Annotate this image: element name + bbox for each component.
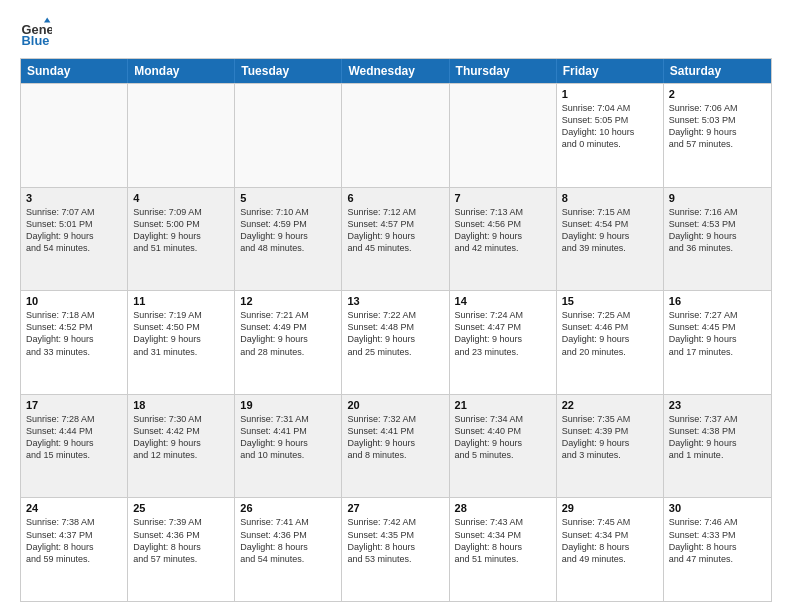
calendar-cell-1-1: 4Sunrise: 7:09 AM Sunset: 5:00 PM Daylig… (128, 188, 235, 291)
day-number: 15 (562, 295, 658, 307)
calendar-cell-4-5: 29Sunrise: 7:45 AM Sunset: 4:34 PM Dayli… (557, 498, 664, 601)
day-number: 10 (26, 295, 122, 307)
day-number: 5 (240, 192, 336, 204)
day-info: Sunrise: 7:07 AM Sunset: 5:01 PM Dayligh… (26, 206, 122, 255)
header: General Blue (20, 16, 772, 48)
weekday-header-thursday: Thursday (450, 59, 557, 83)
calendar-cell-1-6: 9Sunrise: 7:16 AM Sunset: 4:53 PM Daylig… (664, 188, 771, 291)
page: General Blue SundayMondayTuesdayWednesda… (0, 0, 792, 612)
weekday-header-monday: Monday (128, 59, 235, 83)
calendar-cell-2-2: 12Sunrise: 7:21 AM Sunset: 4:49 PM Dayli… (235, 291, 342, 394)
calendar-cell-1-0: 3Sunrise: 7:07 AM Sunset: 5:01 PM Daylig… (21, 188, 128, 291)
day-info: Sunrise: 7:35 AM Sunset: 4:39 PM Dayligh… (562, 413, 658, 462)
day-number: 17 (26, 399, 122, 411)
calendar-row-1: 3Sunrise: 7:07 AM Sunset: 5:01 PM Daylig… (21, 187, 771, 291)
day-number: 8 (562, 192, 658, 204)
logo: General Blue (20, 16, 52, 48)
day-number: 1 (562, 88, 658, 100)
day-info: Sunrise: 7:04 AM Sunset: 5:05 PM Dayligh… (562, 102, 658, 151)
day-info: Sunrise: 7:22 AM Sunset: 4:48 PM Dayligh… (347, 309, 443, 358)
day-number: 26 (240, 502, 336, 514)
calendar-cell-4-0: 24Sunrise: 7:38 AM Sunset: 4:37 PM Dayli… (21, 498, 128, 601)
day-info: Sunrise: 7:21 AM Sunset: 4:49 PM Dayligh… (240, 309, 336, 358)
calendar-header: SundayMondayTuesdayWednesdayThursdayFrid… (21, 59, 771, 83)
day-info: Sunrise: 7:30 AM Sunset: 4:42 PM Dayligh… (133, 413, 229, 462)
calendar-cell-2-0: 10Sunrise: 7:18 AM Sunset: 4:52 PM Dayli… (21, 291, 128, 394)
calendar-row-0: 1Sunrise: 7:04 AM Sunset: 5:05 PM Daylig… (21, 83, 771, 187)
calendar-cell-4-6: 30Sunrise: 7:46 AM Sunset: 4:33 PM Dayli… (664, 498, 771, 601)
day-info: Sunrise: 7:45 AM Sunset: 4:34 PM Dayligh… (562, 516, 658, 565)
calendar-cell-1-2: 5Sunrise: 7:10 AM Sunset: 4:59 PM Daylig… (235, 188, 342, 291)
calendar-cell-1-3: 6Sunrise: 7:12 AM Sunset: 4:57 PM Daylig… (342, 188, 449, 291)
day-number: 24 (26, 502, 122, 514)
day-number: 6 (347, 192, 443, 204)
weekday-header-saturday: Saturday (664, 59, 771, 83)
calendar-cell-2-5: 15Sunrise: 7:25 AM Sunset: 4:46 PM Dayli… (557, 291, 664, 394)
day-number: 25 (133, 502, 229, 514)
calendar-cell-0-6: 2Sunrise: 7:06 AM Sunset: 5:03 PM Daylig… (664, 84, 771, 187)
day-number: 30 (669, 502, 766, 514)
day-number: 13 (347, 295, 443, 307)
day-info: Sunrise: 7:38 AM Sunset: 4:37 PM Dayligh… (26, 516, 122, 565)
calendar-cell-2-4: 14Sunrise: 7:24 AM Sunset: 4:47 PM Dayli… (450, 291, 557, 394)
calendar-row-2: 10Sunrise: 7:18 AM Sunset: 4:52 PM Dayli… (21, 290, 771, 394)
day-info: Sunrise: 7:34 AM Sunset: 4:40 PM Dayligh… (455, 413, 551, 462)
calendar-cell-3-4: 21Sunrise: 7:34 AM Sunset: 4:40 PM Dayli… (450, 395, 557, 498)
day-info: Sunrise: 7:32 AM Sunset: 4:41 PM Dayligh… (347, 413, 443, 462)
calendar-cell-2-1: 11Sunrise: 7:19 AM Sunset: 4:50 PM Dayli… (128, 291, 235, 394)
day-number: 23 (669, 399, 766, 411)
day-info: Sunrise: 7:06 AM Sunset: 5:03 PM Dayligh… (669, 102, 766, 151)
day-number: 7 (455, 192, 551, 204)
calendar-cell-0-2 (235, 84, 342, 187)
calendar-cell-3-3: 20Sunrise: 7:32 AM Sunset: 4:41 PM Dayli… (342, 395, 449, 498)
day-info: Sunrise: 7:10 AM Sunset: 4:59 PM Dayligh… (240, 206, 336, 255)
calendar-cell-3-0: 17Sunrise: 7:28 AM Sunset: 4:44 PM Dayli… (21, 395, 128, 498)
svg-text:Blue: Blue (22, 33, 50, 48)
day-info: Sunrise: 7:09 AM Sunset: 5:00 PM Dayligh… (133, 206, 229, 255)
day-info: Sunrise: 7:16 AM Sunset: 4:53 PM Dayligh… (669, 206, 766, 255)
calendar-cell-3-1: 18Sunrise: 7:30 AM Sunset: 4:42 PM Dayli… (128, 395, 235, 498)
calendar-cell-1-5: 8Sunrise: 7:15 AM Sunset: 4:54 PM Daylig… (557, 188, 664, 291)
day-info: Sunrise: 7:28 AM Sunset: 4:44 PM Dayligh… (26, 413, 122, 462)
day-number: 3 (26, 192, 122, 204)
day-number: 18 (133, 399, 229, 411)
day-info: Sunrise: 7:46 AM Sunset: 4:33 PM Dayligh… (669, 516, 766, 565)
calendar-cell-0-1 (128, 84, 235, 187)
day-number: 29 (562, 502, 658, 514)
day-number: 16 (669, 295, 766, 307)
day-info: Sunrise: 7:42 AM Sunset: 4:35 PM Dayligh… (347, 516, 443, 565)
day-info: Sunrise: 7:27 AM Sunset: 4:45 PM Dayligh… (669, 309, 766, 358)
calendar-cell-0-3 (342, 84, 449, 187)
calendar-cell-2-3: 13Sunrise: 7:22 AM Sunset: 4:48 PM Dayli… (342, 291, 449, 394)
weekday-header-friday: Friday (557, 59, 664, 83)
logo-icon: General Blue (20, 16, 52, 48)
calendar-cell-4-2: 26Sunrise: 7:41 AM Sunset: 4:36 PM Dayli… (235, 498, 342, 601)
calendar-cell-2-6: 16Sunrise: 7:27 AM Sunset: 4:45 PM Dayli… (664, 291, 771, 394)
day-number: 20 (347, 399, 443, 411)
weekday-header-wednesday: Wednesday (342, 59, 449, 83)
day-number: 28 (455, 502, 551, 514)
calendar-cell-4-4: 28Sunrise: 7:43 AM Sunset: 4:34 PM Dayli… (450, 498, 557, 601)
calendar-cell-3-6: 23Sunrise: 7:37 AM Sunset: 4:38 PM Dayli… (664, 395, 771, 498)
day-number: 12 (240, 295, 336, 307)
day-number: 11 (133, 295, 229, 307)
day-number: 4 (133, 192, 229, 204)
day-info: Sunrise: 7:13 AM Sunset: 4:56 PM Dayligh… (455, 206, 551, 255)
calendar-cell-1-4: 7Sunrise: 7:13 AM Sunset: 4:56 PM Daylig… (450, 188, 557, 291)
day-info: Sunrise: 7:43 AM Sunset: 4:34 PM Dayligh… (455, 516, 551, 565)
day-info: Sunrise: 7:15 AM Sunset: 4:54 PM Dayligh… (562, 206, 658, 255)
day-info: Sunrise: 7:25 AM Sunset: 4:46 PM Dayligh… (562, 309, 658, 358)
day-number: 9 (669, 192, 766, 204)
day-info: Sunrise: 7:41 AM Sunset: 4:36 PM Dayligh… (240, 516, 336, 565)
weekday-header-sunday: Sunday (21, 59, 128, 83)
calendar-row-3: 17Sunrise: 7:28 AM Sunset: 4:44 PM Dayli… (21, 394, 771, 498)
calendar-cell-4-1: 25Sunrise: 7:39 AM Sunset: 4:36 PM Dayli… (128, 498, 235, 601)
calendar-body: 1Sunrise: 7:04 AM Sunset: 5:05 PM Daylig… (21, 83, 771, 601)
calendar-row-4: 24Sunrise: 7:38 AM Sunset: 4:37 PM Dayli… (21, 497, 771, 601)
day-info: Sunrise: 7:37 AM Sunset: 4:38 PM Dayligh… (669, 413, 766, 462)
calendar-cell-0-4 (450, 84, 557, 187)
calendar-cell-0-5: 1Sunrise: 7:04 AM Sunset: 5:05 PM Daylig… (557, 84, 664, 187)
svg-marker-2 (44, 18, 50, 23)
day-number: 27 (347, 502, 443, 514)
day-number: 22 (562, 399, 658, 411)
